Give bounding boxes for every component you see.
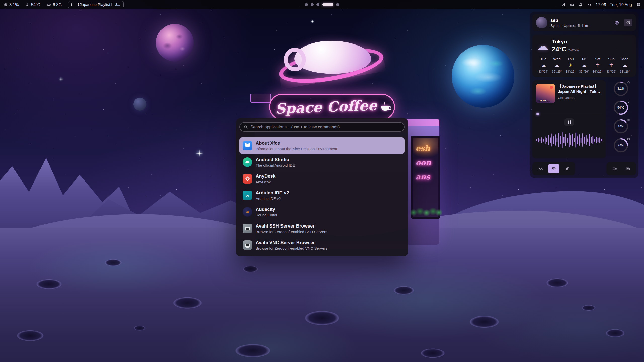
disk-gauge-value: 24% <box>613 138 629 153</box>
power-icon <box>626 20 631 25</box>
performance-profile-button[interactable] <box>535 164 546 173</box>
gear-icon <box>614 20 619 25</box>
window-neon-text: esh <box>413 141 438 155</box>
search-input[interactable] <box>250 125 400 129</box>
workspace-dot[interactable] <box>336 3 339 6</box>
avahi-ssh-icon <box>243 224 252 233</box>
volume-icon[interactable] <box>587 3 591 7</box>
audacity-icon: ≈ <box>243 207 252 217</box>
app-grid-icon[interactable] <box>636 3 640 7</box>
track-title: 【Japanese Playlist】 Japan All Night - To… <box>558 84 602 94</box>
forecast-temps: 35°/25° <box>551 70 563 73</box>
cpu-temp-indicator[interactable]: 54°C <box>25 2 41 7</box>
workspace-dot-active[interactable] <box>322 3 333 6</box>
cloud-icon: ☁ <box>578 62 590 69</box>
forecast-day-label: Sun <box>605 57 617 61</box>
ram-icon <box>47 3 51 7</box>
notifications-bell-icon[interactable] <box>579 3 583 7</box>
app-description: Sound Editor <box>256 213 277 217</box>
cpu-temp-value: 54°C <box>31 2 41 7</box>
forecast-day-label: Mon <box>619 57 631 61</box>
forecast-temps: 33°/26° <box>605 70 617 73</box>
settings-button[interactable] <box>612 19 621 26</box>
dashboard-panel: seb System Uptime: 4h11m ☁ Tokyo 24°C(GM… <box>530 12 638 178</box>
workspace-dot[interactable] <box>316 3 319 6</box>
screen-record-button[interactable] <box>609 164 620 173</box>
temperature-gauge: 54°C <box>613 100 629 115</box>
forecast-day: Mon ☁ 33°/26° <box>619 57 631 73</box>
app-row-anydesk[interactable]: AnyDesk AnyDesk <box>239 170 405 187</box>
weather-city: Tokyo <box>552 39 579 45</box>
powersave-profile-button[interactable] <box>561 164 573 173</box>
app-row-avahi-ssh[interactable]: Avahi SSH Server Browser Browse for Zero… <box>239 220 405 237</box>
star-sparkle <box>312 20 313 23</box>
app-name: About Xfce <box>256 140 337 146</box>
power-profile-group <box>532 162 575 175</box>
launcher-search[interactable] <box>239 122 405 132</box>
search-icon <box>244 125 248 129</box>
coffee-cup-icon <box>381 106 389 111</box>
thermometer-icon <box>25 3 29 7</box>
battery-icon[interactable] <box>570 3 574 7</box>
forecast-temps: 33°/26° <box>619 70 631 73</box>
weather-card: ☁ Tokyo 24°C(GMT+9) Tue ☁ 33°/24° Wed ☁ … <box>532 35 636 77</box>
workspace-dot[interactable] <box>311 3 314 6</box>
balanced-profile-button[interactable] <box>548 164 559 173</box>
cloud-icon: ☁ <box>537 40 548 52</box>
leaf-icon <box>565 166 569 171</box>
album-art-label: TOKYO L... <box>537 99 550 102</box>
app-description: The official Android IDE <box>256 163 295 167</box>
weather-forecast: Tue ☁ 33°/24° Wed ☁ 35°/25° Thu ☀ 33°/26… <box>537 57 631 73</box>
app-launcher: About Xfce Information about the Xfce De… <box>236 118 408 256</box>
planter-bushes <box>410 206 442 217</box>
xfce-icon <box>243 141 252 150</box>
umbrella-icon: ☂ <box>592 62 604 69</box>
system-stats: 3.1% 54°C 14% 24% <box>606 80 636 158</box>
neon-sign: Space Coffee <box>269 94 395 120</box>
forecast-day-label: Thu <box>565 57 577 61</box>
window-neon-text: oon <box>413 155 438 170</box>
forecast-day-label: Tue <box>537 57 549 61</box>
app-row-audacity[interactable]: ≈ Audacity Sound Editor <box>239 204 405 220</box>
pause-button[interactable] <box>564 118 574 126</box>
avatar <box>536 17 547 28</box>
app-row-android-studio[interactable]: Android Studio The official Android IDE <box>239 154 405 170</box>
memory-gauge-value: 14% <box>613 119 629 134</box>
seek-track <box>536 114 602 114</box>
app-row-about-xfce[interactable]: About Xfce Information about the Xfce De… <box>239 137 405 154</box>
video-camera-icon <box>612 166 617 171</box>
clock[interactable]: 17:09 - Tue, 19 Aug <box>596 2 632 7</box>
topbar-left-cluster: 3.1% 54°C 6.8G 【Japanese Playlist】 J... <box>4 1 124 8</box>
cpu-gauge-value: 3.1% <box>613 81 629 97</box>
top-bar: 3.1% 54°C 6.8G 【Japanese Playlist】 J... … <box>0 0 644 9</box>
forecast-temps: 35°/26° <box>578 70 590 73</box>
memory-indicator[interactable]: 6.8G <box>47 2 62 7</box>
memory-value: 6.8G <box>53 2 62 7</box>
cloud-icon: ☁ <box>537 62 549 69</box>
keyboard-icon <box>625 166 630 171</box>
app-name: AnyDesk <box>256 173 275 179</box>
purple-planet <box>156 24 194 62</box>
power-button[interactable] <box>624 19 632 26</box>
forecast-day-label: Wed <box>551 57 563 61</box>
seek-slider[interactable] <box>536 113 602 115</box>
app-row-arduino-ide[interactable]: ∞ Arduino IDE v2 Arduino IDE v2 <box>239 187 405 204</box>
weather-timezone: (GMT+9) <box>568 49 579 52</box>
keyboard-button[interactable] <box>622 164 633 173</box>
cpu-icon <box>627 80 630 85</box>
seek-handle[interactable] <box>536 113 539 115</box>
now-playing-pill[interactable]: 【Japanese Playlist】 J... <box>68 1 124 8</box>
cpu-usage-indicator[interactable]: 3.1% <box>4 2 19 7</box>
track-artist: Chill Japan. <box>558 96 602 100</box>
system-uptime: System Uptime: 4h11m <box>550 24 609 28</box>
umbrella-icon: ☂ <box>605 62 617 69</box>
forecast-day: Fri ☁ 35°/26° <box>578 57 590 73</box>
username: seb <box>550 18 609 23</box>
ram-icon <box>627 118 630 123</box>
sun-icon: ☀ <box>565 62 577 69</box>
workspace-dot[interactable] <box>305 3 308 6</box>
tools-icon[interactable] <box>561 3 566 7</box>
user-card: seb System Uptime: 4h11m <box>532 14 636 31</box>
android-studio-icon <box>243 157 252 167</box>
app-row-avahi-vnc[interactable]: Avahi VNC Server Browser Browse for Zero… <box>239 237 405 253</box>
